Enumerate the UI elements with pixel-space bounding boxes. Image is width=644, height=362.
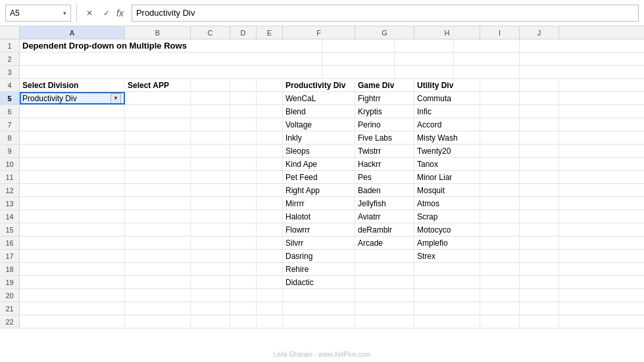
grid-cell-a10[interactable] <box>20 158 125 170</box>
grid-cell-f10[interactable]: Kind Ape <box>283 158 355 170</box>
grid-cell-e13[interactable] <box>257 197 283 210</box>
grid-cell-h16[interactable]: Amplefio <box>414 237 480 249</box>
grid-cell-i22[interactable] <box>480 315 520 328</box>
grid-cell-g21[interactable] <box>355 302 414 315</box>
grid-cell-a18[interactable] <box>20 263 125 275</box>
grid-cell-d6[interactable] <box>230 105 257 118</box>
grid-cell-h17[interactable]: Strex <box>414 250 480 262</box>
grid-cell-h7[interactable]: Accord <box>414 118 480 131</box>
grid-cell-e21[interactable] <box>257 302 283 315</box>
grid-cell-b10[interactable] <box>125 158 191 170</box>
grid-cell-i6[interactable] <box>480 105 520 118</box>
grid-cell-f11[interactable]: Pet Feed <box>283 171 355 183</box>
grid-cell-a8[interactable] <box>20 131 125 144</box>
grid-cell-h5[interactable]: Commuta <box>414 92 480 104</box>
name-box-dropdown-arrow[interactable]: ▾ <box>63 10 66 16</box>
grid-cell-a5[interactable]: Productivity Div ▼ Productivity Div Game… <box>20 92 125 104</box>
grid-cell-h20[interactable] <box>414 289 480 302</box>
grid-cell-g9[interactable]: Twistrr <box>355 145 414 157</box>
grid-cell-i15[interactable] <box>480 223 520 236</box>
grid-cell-d22[interactable] <box>230 315 257 328</box>
grid-cell-c5[interactable] <box>191 92 230 104</box>
grid-cell-b4[interactable]: Select APP <box>125 79 191 91</box>
grid-cell-c22[interactable] <box>191 315 230 328</box>
grid-cell-i16[interactable] <box>480 237 520 249</box>
grid-cell-b6[interactable] <box>125 105 191 118</box>
grid-cell-c6[interactable] <box>191 105 230 118</box>
grid-cell-a13[interactable] <box>20 197 125 210</box>
grid-cell-c4[interactable] <box>191 79 230 91</box>
col-header-a[interactable]: A <box>20 26 125 39</box>
grid-cell-b5[interactable] <box>125 92 191 104</box>
grid-cell-b19[interactable] <box>125 276 191 288</box>
grid-cell-j8[interactable] <box>520 131 559 144</box>
grid-cell-c15[interactable] <box>191 223 230 236</box>
grid-cell-g4[interactable]: Game Div <box>355 79 414 91</box>
grid-cell-a4[interactable]: Select Division <box>20 79 125 91</box>
grid-cell-d18[interactable] <box>230 263 257 275</box>
grid-cell-j22[interactable] <box>520 315 559 328</box>
grid-cell-f15[interactable]: Flowrrr <box>283 223 355 236</box>
grid-cell-d16[interactable] <box>230 237 257 249</box>
grid-cell-j11[interactable] <box>520 171 559 183</box>
formula-input[interactable]: Productivity Div <box>132 5 639 22</box>
grid-cell-h8[interactable]: Misty Wash <box>414 131 480 144</box>
grid-cell-a3[interactable] <box>20 66 322 78</box>
grid-cell-g12[interactable]: Baden <box>355 184 414 196</box>
grid-cell-c10[interactable] <box>191 158 230 170</box>
grid-cell-i10[interactable] <box>480 158 520 170</box>
grid-cell-g1[interactable] <box>395 39 454 52</box>
grid-cell-b18[interactable] <box>125 263 191 275</box>
grid-cell-b9[interactable] <box>125 145 191 157</box>
grid-cell-i19[interactable] <box>480 276 520 288</box>
grid-cell-i9[interactable] <box>480 145 520 157</box>
grid-cell-d20[interactable] <box>230 289 257 302</box>
col-header-h[interactable]: H <box>414 26 480 39</box>
col-header-e[interactable]: E <box>257 26 283 39</box>
grid-cell-c11[interactable] <box>191 171 230 183</box>
grid-cell-d15[interactable] <box>230 223 257 236</box>
grid-cell-c13[interactable] <box>191 197 230 210</box>
grid-cell-f16[interactable]: Silvrr <box>283 237 355 249</box>
grid-cell-d11[interactable] <box>230 171 257 183</box>
grid-cell-j15[interactable] <box>520 223 559 236</box>
grid-cell-e22[interactable] <box>257 315 283 328</box>
grid-cell-b16[interactable] <box>125 237 191 249</box>
grid-cell-b7[interactable] <box>125 118 191 131</box>
grid-cell-c19[interactable] <box>191 276 230 288</box>
grid-cell-g8[interactable]: Five Labs <box>355 131 414 144</box>
grid-cell-h18[interactable] <box>414 263 480 275</box>
grid-cell-d7[interactable] <box>230 118 257 131</box>
grid-cell-j13[interactable] <box>520 197 559 210</box>
grid-cell-h13[interactable]: Atmos <box>414 197 480 210</box>
grid-cell-h1[interactable] <box>454 39 520 52</box>
grid-cell-j19[interactable] <box>520 276 559 288</box>
grid-cell-a16[interactable] <box>20 237 125 249</box>
grid-cell-i13[interactable] <box>480 197 520 210</box>
grid-cell-f7[interactable]: Voltage <box>283 118 355 131</box>
grid-cell-g19[interactable] <box>355 276 414 288</box>
grid-cell-i8[interactable] <box>480 131 520 144</box>
grid-cell-c9[interactable] <box>191 145 230 157</box>
grid-cell-j6[interactable] <box>520 105 559 118</box>
grid-cell-a20[interactable] <box>20 289 125 302</box>
grid-cell-a21[interactable] <box>20 302 125 315</box>
grid-cell-f22[interactable] <box>283 315 355 328</box>
grid-cell-c14[interactable] <box>191 210 230 223</box>
grid-cell-d19[interactable] <box>230 276 257 288</box>
grid-cell-j4[interactable] <box>520 79 559 91</box>
grid-cell-i20[interactable] <box>480 289 520 302</box>
grid-cell-d21[interactable] <box>230 302 257 315</box>
grid-cell-e19[interactable] <box>257 276 283 288</box>
grid-cell-c20[interactable] <box>191 289 230 302</box>
grid-cell-c16[interactable] <box>191 237 230 249</box>
grid-cell-d4[interactable] <box>230 79 257 91</box>
confirm-icon[interactable]: ✓ <box>99 6 114 20</box>
grid-cell-a1[interactable]: Dependent Drop-down on Multiple Rows <box>20 39 322 52</box>
grid-cell-e9[interactable] <box>257 145 283 157</box>
grid-cell-d17[interactable] <box>230 250 257 262</box>
grid-cell-a19[interactable] <box>20 276 125 288</box>
grid-cell-g7[interactable]: Perino <box>355 118 414 131</box>
grid-cell-f3[interactable] <box>322 66 395 78</box>
grid-cell-g11[interactable]: Pes <box>355 171 414 183</box>
